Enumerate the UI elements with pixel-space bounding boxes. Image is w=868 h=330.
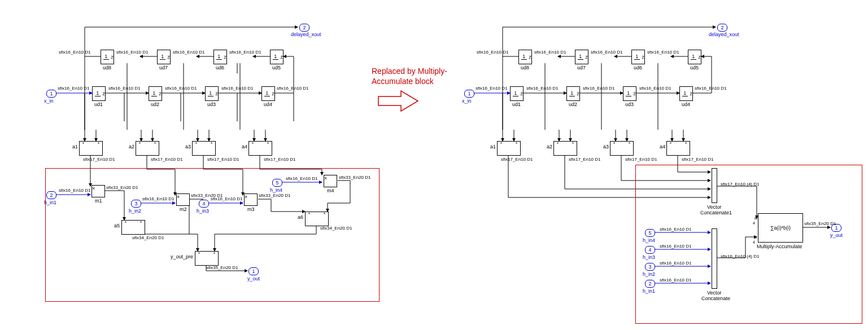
- block-ud5[interactable]: [270, 50, 283, 64]
- block-m3[interactable]: ×: [244, 193, 258, 206]
- block-m1[interactable]: ×: [91, 185, 105, 197]
- r-block-ud1[interactable]: [510, 86, 524, 101]
- r-block-a3[interactable]: ++: [610, 141, 634, 156]
- r-label-ud3: ud3: [625, 102, 634, 107]
- port-x-in[interactable]: 1: [46, 90, 56, 98]
- port-h-in1[interactable]: 2: [46, 191, 56, 199]
- r-label-a4: a4: [660, 144, 665, 149]
- r-block-ud4[interactable]: [679, 86, 693, 101]
- sig-a2o: sfix17_En10 D1: [151, 157, 182, 162]
- rsig-a1o: sfix17_En10 D1: [501, 157, 533, 162]
- mac-port-a: a: [754, 215, 757, 221]
- sig-a5o: sfix34_En20 D1: [132, 235, 164, 240]
- label-a3: a3: [185, 144, 191, 149]
- label-a4: a4: [242, 144, 247, 149]
- mac-port-b: b: [754, 235, 757, 240]
- r-port-x-in-label: x_in: [462, 98, 472, 104]
- rsig-co: sfix16_En10 (4) D1: [721, 254, 759, 259]
- block-a2[interactable]: ++: [136, 141, 159, 156]
- block-a1[interactable]: ++: [79, 141, 103, 156]
- r-block-a4[interactable]: ++: [666, 141, 690, 156]
- mac-formula: ∑a(i)*b(i): [770, 225, 791, 231]
- r-port-delayed-xout-label: delayed_xout: [709, 32, 739, 37]
- r-port-delayed-xout[interactable]: 2: [717, 24, 727, 32]
- rsig-a3o: sfix17_En10 D1: [625, 157, 657, 162]
- port-h-in2[interactable]: 3: [131, 200, 141, 208]
- r-block-ud2[interactable]: [566, 86, 580, 101]
- label-ud7: ud7: [159, 65, 168, 71]
- mac-port-b4: 4: [753, 240, 755, 244]
- block-ud8[interactable]: [101, 50, 114, 64]
- label-a1: a1: [72, 144, 78, 149]
- sig-l1: sfix16_En10 D1: [58, 86, 89, 91]
- block-mac[interactable]: ∑a(i)*b(i): [758, 213, 803, 243]
- r-label-ud2: ud2: [569, 102, 577, 107]
- r-block-ud8[interactable]: [518, 50, 532, 64]
- block-a3[interactable]: ++: [192, 141, 216, 156]
- block-ud1[interactable]: [92, 86, 106, 101]
- port-delayed-xout[interactable]: 2: [299, 24, 309, 32]
- sig-l5: sfix16_En10 D1: [277, 86, 308, 91]
- label-youtpre: y_out_pre: [171, 254, 193, 259]
- block-ud7[interactable]: [157, 50, 171, 64]
- rsig-h4: sfix16_En10 D1: [660, 227, 691, 232]
- rsig-a4o: sfix17_En10 D1: [682, 157, 713, 162]
- label-concat1a: Vector: [707, 204, 722, 210]
- r-block-ud5[interactable]: [688, 50, 701, 64]
- r-block-a1[interactable]: ++: [497, 141, 521, 156]
- sig-t1: sfix16_En10 D1: [59, 50, 90, 55]
- r-port-x-in[interactable]: 1: [464, 90, 474, 98]
- r-block-ud3[interactable]: [623, 86, 636, 101]
- label-ud4: ud4: [264, 102, 272, 107]
- r-block-ud7[interactable]: [575, 50, 588, 64]
- port-h-in3-label: h_in3: [197, 208, 209, 214]
- port-x-in-label: x_in: [44, 98, 54, 104]
- port-h-in3[interactable]: 4: [199, 200, 209, 208]
- sig-l2: sfix16_En10 D1: [108, 86, 140, 91]
- rsig-a2o: sfix17_En10 D1: [569, 157, 600, 162]
- block-m2[interactable]: ×: [176, 193, 190, 206]
- sig-a3o: sfix17_En10 D1: [207, 157, 239, 162]
- block-m4[interactable]: ×: [324, 175, 337, 187]
- sig-t3: sfix16_En10 D1: [173, 50, 204, 55]
- port-h-in4[interactable]: 5: [272, 179, 282, 187]
- port-y-out[interactable]: 1: [248, 267, 259, 275]
- sig-a1o: sfix17_En10 D1: [83, 157, 115, 162]
- r-label-ud6: ud6: [634, 65, 642, 71]
- sig-m2o: sfix33_En20 D1: [191, 193, 223, 198]
- sig-h2: sfix16_En10 D1: [142, 196, 174, 201]
- r-port-hin3[interactable]: 4: [645, 246, 655, 254]
- block-a4[interactable]: ++: [248, 141, 272, 156]
- r-port-hin2[interactable]: 3: [645, 263, 655, 271]
- rsig-t2: sfix16_En10 D1: [534, 50, 566, 55]
- block-a5[interactable]: ++: [121, 220, 145, 235]
- r-port-hin1[interactable]: 2: [645, 280, 655, 288]
- r-label-a1: a1: [490, 144, 496, 149]
- block-a6[interactable]: ++: [305, 212, 329, 226]
- rsig-macout: sfix35_En20 D1: [804, 221, 836, 226]
- block-ud6[interactable]: [213, 50, 227, 64]
- label-a6: a6: [298, 214, 303, 220]
- block-ud2[interactable]: [149, 86, 162, 101]
- sig-t4: sfix16_En10 D1: [229, 50, 261, 55]
- mac-port-a4: 4: [753, 221, 755, 225]
- block-ud4[interactable]: [261, 86, 275, 101]
- label-ud1: ud1: [94, 102, 103, 107]
- rsig-h1: sfix16_En10 D1: [660, 278, 691, 283]
- r-port-yout-label: y_out: [830, 232, 843, 238]
- sig-a6o: sfix34_En20 D1: [320, 226, 352, 231]
- rsig-l3: sfix16_En10 D1: [583, 86, 614, 91]
- center-text1: Replaced by Multiply-: [372, 67, 447, 76]
- block-ud3[interactable]: [205, 86, 219, 101]
- label-m3: m3: [247, 206, 255, 212]
- r-block-a2[interactable]: ++: [553, 141, 577, 156]
- r-port-hin4[interactable]: 5: [645, 229, 655, 237]
- sig-a4o: sfix17_En10 D1: [264, 157, 295, 162]
- block-concat[interactable]: [712, 228, 717, 289]
- label-m1: m1: [95, 198, 102, 204]
- r-label-ud4: ud4: [682, 102, 690, 107]
- block-concat1[interactable]: [712, 168, 717, 203]
- sig-t2: sfix16_En10 D1: [116, 50, 148, 55]
- block-youtpre[interactable]: ++: [195, 251, 219, 266]
- r-block-ud6[interactable]: [631, 50, 645, 64]
